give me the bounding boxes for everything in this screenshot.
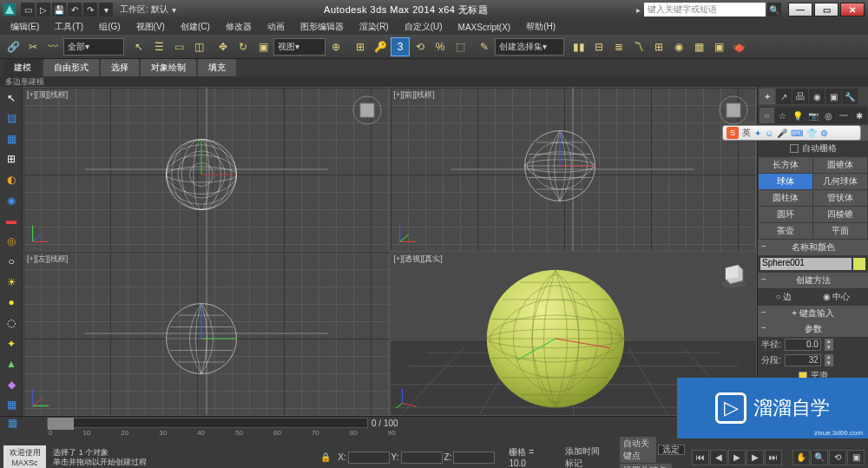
window-minimize-button[interactable]: — (788, 3, 812, 16)
rotate-icon[interactable]: ↻ (233, 37, 253, 56)
ref-coord-dropdown[interactable]: 视图 ▾ (273, 38, 326, 56)
viewcube-top-icon[interactable] (352, 95, 383, 126)
qat-undo-icon[interactable]: ↶ (68, 3, 82, 16)
create-shapes-icon[interactable]: ☆ (775, 108, 790, 123)
sogou-logo-icon[interactable]: S (727, 127, 739, 139)
angle-snap-icon[interactable]: ⟲ (411, 37, 430, 56)
pivot-icon[interactable]: ⊕ (326, 37, 345, 56)
menu-edit[interactable]: 编辑(E) (3, 19, 46, 35)
viewport-persp-label[interactable]: [+][透视][真实] (394, 254, 443, 265)
render-prod-icon[interactable]: 🫖 (729, 37, 748, 56)
panel-tab-modify-icon[interactable]: ↗ (776, 89, 792, 104)
lock-icon[interactable]: 🔒 (320, 452, 331, 462)
menu-animation[interactable]: 动画 (260, 19, 292, 35)
rollout-keyboard-entry[interactable]: + 键盘输入 (758, 306, 868, 321)
rollout-create-method[interactable]: 创建方法 (758, 273, 868, 288)
seg-up[interactable]: ▲ (825, 354, 833, 360)
lt-edgedface-icon[interactable]: ◐ (2, 170, 21, 189)
rollout-name-color[interactable]: 名称和颜色 (758, 240, 868, 255)
move-icon[interactable]: ✥ (214, 37, 233, 56)
play-icon[interactable]: ▶ (728, 450, 746, 465)
named-selset-dropdown[interactable]: 创建选择集 ▾ (495, 38, 564, 56)
ime-keyboard-icon[interactable]: ⌨ (791, 129, 803, 138)
radio-center[interactable]: ◉ 中心 (823, 291, 851, 303)
viewport-front[interactable]: [+][前][线框] (391, 88, 757, 251)
unlink-icon[interactable]: ✂ (23, 37, 43, 56)
tab-populate[interactable]: 填充 (198, 59, 236, 76)
object-color-swatch[interactable] (853, 258, 865, 270)
menu-create[interactable]: 创建(C) (174, 19, 217, 35)
goto-end-icon[interactable]: ⏭ (765, 450, 782, 465)
panel-tab-motion-icon[interactable]: ◉ (809, 89, 825, 104)
maxscript-mini[interactable]: 欢迎使用 MAXSc (3, 445, 46, 468)
select-icon[interactable]: ↖ (129, 37, 148, 56)
menu-maxscript[interactable]: MAXScript(X) (451, 21, 518, 34)
timeline-cfg-icon[interactable]: ▦ (3, 417, 21, 429)
help-search-input[interactable]: 键入关键字或短语 (644, 3, 766, 16)
next-frame-icon[interactable]: ▶ (746, 450, 764, 465)
time-slider-thumb[interactable] (48, 418, 74, 430)
manipulate-icon[interactable]: ⊞ (351, 37, 370, 56)
prim-pyramid[interactable]: 四棱锥 (813, 207, 867, 222)
viewport-top-label[interactable]: [+][顶][线框] (27, 89, 68, 101)
lt-bulb-icon[interactable]: ● (2, 293, 21, 313)
x-input[interactable] (348, 452, 390, 464)
lt-shadow-icon[interactable]: ▲ (2, 354, 21, 373)
qat-more-icon[interactable]: ▾ (99, 3, 113, 16)
goto-start-icon[interactable]: ⏮ (692, 450, 709, 465)
lt-star-icon[interactable]: ✦ (2, 334, 21, 353)
create-cameras-icon[interactable]: 📷 (806, 108, 820, 123)
nav-orbit-icon[interactable]: ⟲ (829, 450, 846, 465)
ime-voice-icon[interactable]: 🎤 (777, 129, 787, 138)
lt-hidden-icon[interactable]: ◎ (2, 232, 21, 251)
search-icon[interactable]: 🔍 (767, 3, 781, 16)
viewcube-persp-icon[interactable] (718, 259, 749, 290)
prim-cylinder[interactable]: 圆柱体 (759, 190, 812, 206)
ime-lang[interactable]: 英 (742, 127, 751, 139)
nav-pan-icon[interactable]: ✋ (792, 450, 810, 465)
lt-light-icon[interactable]: ○ (2, 253, 21, 272)
ime-settings-icon[interactable]: ⚙ (820, 129, 828, 138)
prim-torus[interactable]: 圆环 (759, 207, 812, 222)
lt-default-icon[interactable]: ◌ (2, 313, 21, 333)
sogou-ime-bar[interactable]: S 英 ✦ ☺ 🎤 ⌨ 👕 ⚙ (722, 125, 861, 141)
window-close-button[interactable]: ✕ (840, 3, 865, 16)
schematic-icon[interactable]: ⊞ (649, 37, 668, 56)
curve-editor-icon[interactable]: 〽 (629, 37, 648, 56)
z-input[interactable] (453, 452, 495, 464)
panel-tab-create-icon[interactable]: ✦ (760, 89, 775, 104)
lt-flat-icon[interactable]: ▬ (2, 211, 21, 230)
nav-max-icon[interactable]: ▣ (847, 450, 865, 465)
prim-plane[interactable]: 平面 (813, 223, 867, 239)
layers-icon[interactable]: ≣ (609, 37, 628, 56)
viewport-left[interactable]: [+][左][线框] (23, 252, 390, 415)
create-space-icon[interactable]: 〰 (837, 108, 852, 123)
key-filter-dropdown[interactable]: 选定 (658, 445, 685, 455)
material-editor-icon[interactable]: ◉ (669, 37, 688, 56)
menu-view[interactable]: 视图(V) (129, 19, 172, 35)
prim-tube[interactable]: 管状体 (813, 190, 867, 206)
rollout-parameters[interactable]: 参数 (758, 321, 868, 337)
ime-punct-icon[interactable]: ✦ (754, 129, 761, 138)
snap-toggle-icon[interactable]: 3 (391, 37, 410, 56)
qat-save-icon[interactable]: 💾 (52, 3, 66, 16)
region-rect-icon[interactable]: ▭ (169, 37, 188, 56)
prim-cone[interactable]: 圆锥体 (813, 157, 867, 173)
tab-objpaint[interactable]: 对象绘制 (141, 59, 196, 76)
scale-icon[interactable]: ▣ (253, 37, 273, 56)
viewport-left-label[interactable]: [+][左][线框] (27, 254, 68, 265)
nav-zoom-icon[interactable]: 🔍 (811, 450, 828, 465)
menu-modifiers[interactable]: 修改器 (219, 19, 259, 35)
mirror-icon[interactable]: ▮▮ (569, 37, 589, 56)
viewport-top[interactable]: [+][顶][线框] (23, 88, 390, 251)
lt-layers-icon[interactable]: ▤ (2, 109, 21, 129)
bind-space-icon[interactable]: 〰 (43, 37, 62, 56)
menu-group[interactable]: 组(G) (92, 19, 127, 35)
workspace-selector[interactable]: 工作区: 默认 (120, 3, 168, 16)
menu-grapheditors[interactable]: 图形编辑器 (293, 19, 351, 35)
seg-down[interactable]: ▼ (825, 360, 833, 366)
lt-wire-icon[interactable]: ⊞ (2, 150, 21, 169)
setkey-button[interactable]: 设置关键点 (620, 464, 672, 468)
ime-emoji-icon[interactable]: ☺ (765, 129, 773, 138)
lt-scene-icon[interactable]: ▦ (2, 129, 21, 148)
